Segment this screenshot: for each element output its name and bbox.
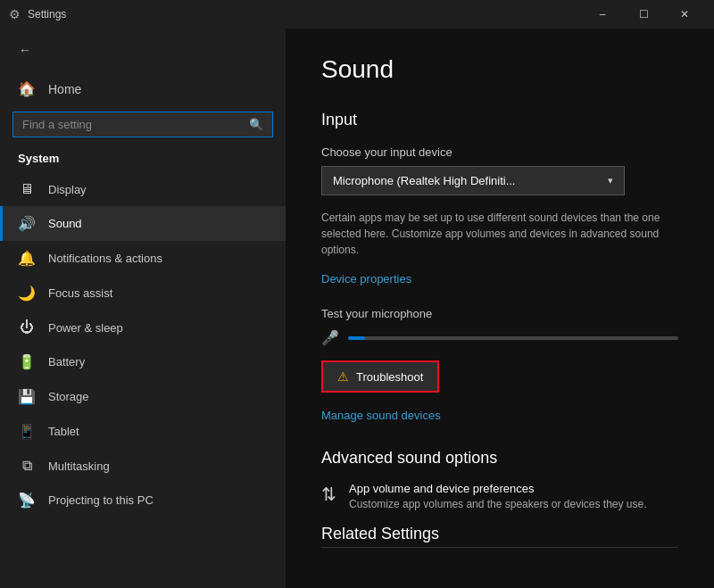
sidebar-item-storage-label: Storage <box>48 390 89 403</box>
advanced-item-app-volume: ⇅ App volume and device preferences Cust… <box>321 482 678 510</box>
storage-icon: 💾 <box>18 388 36 405</box>
search-input[interactable] <box>22 118 242 131</box>
troubleshoot-label: Troubleshoot <box>356 370 423 384</box>
sidebar-item-storage[interactable]: 💾 Storage <box>0 379 286 414</box>
advanced-item-desc: Customize app volumes and the speakers o… <box>349 498 647 510</box>
main-layout: ← 🏠 Home 🔍 System 🖥 Display 🔊 Sound 🔔 No… <box>0 29 714 588</box>
sidebar-item-multitasking-label: Multitasking <box>48 460 110 473</box>
mic-bar-row: 🎤 <box>321 329 678 346</box>
sidebar-item-sound-label: Sound <box>48 217 82 230</box>
manage-sound-devices-link[interactable]: Manage sound devices <box>321 409 441 422</box>
power-icon: ⏻ <box>18 319 36 335</box>
input-device-value: Microphone (Realtek High Definiti... <box>333 174 515 187</box>
sidebar-item-projecting[interactable]: 📡 Projecting to this PC <box>0 483 286 518</box>
sidebar-item-tablet-label: Tablet <box>48 425 79 438</box>
sidebar-item-battery-label: Battery <box>48 355 85 369</box>
hint-text: Certain apps may be set up to use differ… <box>321 210 678 258</box>
sidebar-item-display[interactable]: 🖥 Display <box>0 172 286 206</box>
advanced-title: Advanced sound options <box>321 449 678 468</box>
close-button[interactable]: ✕ <box>664 0 705 29</box>
system-label: System <box>0 148 286 172</box>
input-device-dropdown[interactable]: Microphone (Realtek High Definiti... ▾ <box>321 166 625 195</box>
focus-icon: 🌙 <box>18 285 36 302</box>
sidebar-item-display-label: Display <box>48 183 87 196</box>
content-area: Sound Input Choose your input device Mic… <box>286 29 714 588</box>
sidebar-item-notifications[interactable]: 🔔 Notifications & actions <box>0 241 286 276</box>
tablet-icon: 📱 <box>18 423 36 440</box>
home-label: Home <box>48 82 81 96</box>
warning-icon: ⚠ <box>337 369 349 384</box>
sidebar-item-home[interactable]: 🏠 Home <box>0 71 286 106</box>
mic-progress-bar <box>348 336 678 340</box>
minimize-button[interactable]: – <box>582 0 623 29</box>
sidebar-item-sound[interactable]: 🔊 Sound <box>0 206 286 241</box>
sidebar-item-power[interactable]: ⏻ Power & sleep <box>0 311 286 344</box>
microphone-icon: 🎤 <box>321 329 339 346</box>
page-title: Sound <box>321 55 678 84</box>
sidebar-item-projecting-label: Projecting to this PC <box>48 493 154 507</box>
sidebar-item-multitasking[interactable]: ⧉ Multitasking <box>0 449 286 483</box>
title-bar-title: Settings <box>28 8 66 21</box>
search-icon: 🔍 <box>249 118 263 131</box>
multitasking-icon: ⧉ <box>18 458 36 474</box>
sidebar-item-power-label: Power & sleep <box>48 321 123 335</box>
sidebar-item-notifications-label: Notifications & actions <box>48 252 162 265</box>
title-bar-controls: – ☐ ✕ <box>582 0 705 29</box>
maximize-button[interactable]: ☐ <box>623 0 664 29</box>
chevron-down-icon: ▾ <box>608 175 613 186</box>
display-icon: 🖥 <box>18 181 36 197</box>
sidebar-nav-header: ← <box>0 29 286 71</box>
settings-icon: ⚙ <box>9 7 21 21</box>
app-volume-icon: ⇅ <box>321 484 336 505</box>
notifications-icon: 🔔 <box>18 250 36 267</box>
battery-icon: 🔋 <box>18 353 36 370</box>
device-properties-link[interactable]: Device properties <box>321 272 411 286</box>
sidebar: ← 🏠 Home 🔍 System 🖥 Display 🔊 Sound 🔔 No… <box>0 29 286 588</box>
troubleshoot-button[interactable]: ⚠ Troubleshoot <box>321 360 439 393</box>
advanced-item-title[interactable]: App volume and device preferences <box>349 482 647 495</box>
sidebar-item-focus-label: Focus assist <box>48 286 112 300</box>
test-mic-label: Test your microphone <box>321 307 678 320</box>
title-bar: ⚙ Settings – ☐ ✕ <box>0 0 714 29</box>
sidebar-item-tablet[interactable]: 📱 Tablet <box>0 414 286 449</box>
sidebar-item-battery[interactable]: 🔋 Battery <box>0 344 286 379</box>
search-box[interactable]: 🔍 <box>12 112 273 137</box>
related-settings-title: Related Settings <box>321 525 678 548</box>
projecting-icon: 📡 <box>18 492 36 509</box>
home-icon: 🏠 <box>18 80 36 97</box>
input-section-title: Input <box>321 111 678 129</box>
input-device-label: Choose your input device <box>321 145 678 159</box>
sidebar-item-focus[interactable]: 🌙 Focus assist <box>0 276 286 311</box>
back-button[interactable]: ← <box>12 37 37 62</box>
sound-icon: 🔊 <box>18 215 36 232</box>
title-bar-left: ⚙ Settings <box>9 7 66 21</box>
mic-progress-fill <box>348 336 365 340</box>
